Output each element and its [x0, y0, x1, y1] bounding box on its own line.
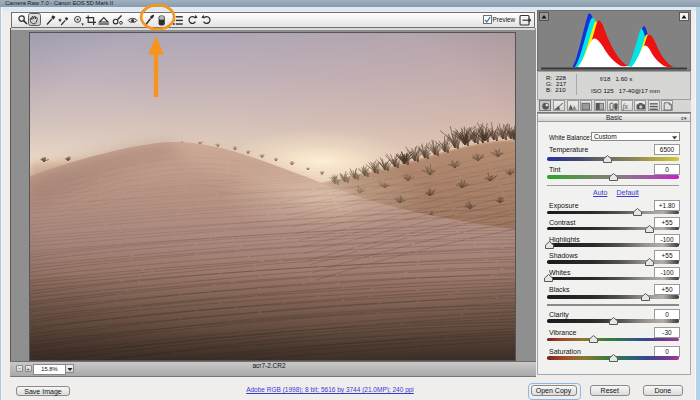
- svg-text:fx: fx: [623, 102, 629, 111]
